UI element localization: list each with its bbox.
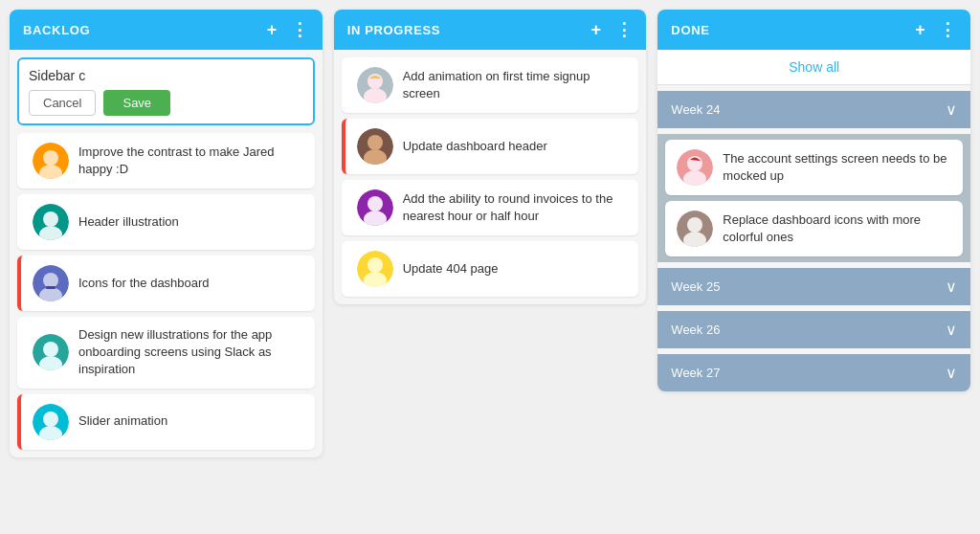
task-slider-animation-text: Slider animation — [78, 412, 167, 430]
backlog-title: BACKLOG — [23, 23, 90, 37]
svg-point-26 — [368, 257, 383, 273]
input-card-actions: Cancel Save — [29, 90, 303, 116]
inprogress-title: IN PROGRESS — [347, 23, 440, 37]
done-header-actions: + ⋮ — [915, 21, 957, 38]
task-header-illustration-text: Header illustration — [78, 213, 179, 231]
inprogress-column: IN PROGRESS + ⋮ Add animation on first t… — [334, 10, 647, 304]
avatar-account-settings — [677, 149, 713, 186]
task-replace-icons[interactable]: Replace dashboard icons with more colorf… — [665, 201, 963, 256]
task-update-dashboard-text: Update dashboard header — [403, 138, 547, 155]
week-27-label: Week 27 — [671, 366, 720, 380]
avatar-header-illustration — [33, 204, 69, 240]
task-round-invoices[interactable]: Add the ability to round invoices to the… — [342, 180, 639, 235]
task-replace-icons-text: Replace dashboard icons with more colorf… — [723, 211, 951, 246]
svg-point-23 — [368, 196, 383, 211]
done-add-icon[interactable]: + — [915, 21, 925, 38]
backlog-column: BACKLOG + ⋮ Cancel Save Improve the cont… — [10, 10, 323, 457]
task-icons-dashboard[interactable]: Icons for the dashboard — [17, 256, 315, 311]
week-24-tasks: The account settings screen needs to be … — [657, 134, 970, 262]
task-add-animation-text: Add animation on first time signup scree… — [403, 68, 628, 102]
task-slider-animation[interactable]: Slider animation — [17, 394, 315, 450]
week-25-label: Week 25 — [671, 279, 720, 294]
inprogress-header-actions: + ⋮ — [591, 21, 634, 38]
task-design-illustrations-text: Design new illustrations for the app onb… — [78, 326, 303, 379]
avatar-update-404 — [357, 251, 393, 287]
save-button[interactable]: Save — [103, 90, 170, 116]
svg-point-14 — [43, 412, 58, 427]
backlog-menu-icon[interactable]: ⋮ — [291, 21, 309, 38]
avatar-design-illustrations — [33, 334, 69, 370]
svg-point-32 — [687, 217, 702, 233]
svg-point-20 — [368, 135, 383, 150]
week-25-section[interactable]: Week 25 ∨ — [657, 268, 970, 305]
week-26-chevron: ∨ — [946, 321, 957, 339]
week-26-label: Week 26 — [671, 323, 720, 337]
week-24-section[interactable]: Week 24 ∨ — [657, 91, 970, 128]
done-menu-icon[interactable]: ⋮ — [939, 21, 957, 38]
task-improve-contrast[interactable]: Improve the contrast to make Jared happy… — [17, 133, 315, 189]
done-header: DONE + ⋮ — [657, 10, 970, 50]
show-all-button[interactable]: Show all — [657, 50, 970, 85]
inprogress-header: IN PROGRESS + ⋮ — [334, 10, 647, 50]
week-27-section[interactable]: Week 27 ∨ — [657, 354, 970, 391]
cancel-button[interactable]: Cancel — [29, 90, 96, 116]
task-icons-dashboard-text: Icons for the dashboard — [78, 275, 210, 292]
week-26-section[interactable]: Week 26 ∨ — [657, 311, 970, 348]
avatar-slider-animation — [33, 404, 69, 440]
task-header-illustration[interactable]: Header illustration — [17, 194, 315, 250]
svg-point-11 — [43, 342, 58, 357]
task-update-404-text: Update 404 page — [403, 260, 499, 278]
svg-rect-9 — [46, 286, 56, 289]
task-account-settings[interactable]: The account settings screen needs to be … — [665, 140, 963, 195]
avatar-improve-contrast — [33, 143, 69, 179]
done-column: DONE + ⋮ Show all Week 24 ∨ The account … — [657, 10, 970, 391]
done-body: Show all Week 24 ∨ The account settings … — [657, 50, 970, 391]
task-round-invoices-text: Add the ability to round invoices to the… — [403, 190, 628, 225]
avatar-add-animation — [357, 67, 393, 103]
inprogress-menu-icon[interactable]: ⋮ — [615, 21, 634, 38]
new-task-input[interactable] — [29, 68, 303, 83]
backlog-body: Cancel Save Improve the contrast to make… — [10, 50, 323, 457]
done-title: DONE — [671, 23, 709, 37]
avatar-round-invoices — [357, 189, 393, 226]
svg-point-4 — [43, 211, 58, 227]
backlog-header-actions: + ⋮ — [267, 21, 309, 38]
week-25-chevron: ∨ — [946, 278, 957, 296]
task-update-dashboard[interactable]: Update dashboard header — [342, 119, 639, 174]
avatar-update-dashboard — [357, 128, 393, 165]
task-update-404[interactable]: Update 404 page — [342, 241, 639, 297]
new-task-input-card: Cancel Save — [17, 57, 315, 125]
task-account-settings-text: The account settings screen needs to be … — [723, 150, 951, 185]
week-24-chevron: ∨ — [946, 100, 957, 119]
inprogress-body: Add animation on first time signup scree… — [334, 50, 647, 304]
backlog-header: BACKLOG + ⋮ — [10, 10, 323, 50]
task-add-animation[interactable]: Add animation on first time signup scree… — [342, 57, 639, 113]
avatar-icons-dashboard — [33, 265, 69, 301]
task-design-illustrations[interactable]: Design new illustrations for the app onb… — [17, 317, 315, 389]
avatar-replace-icons — [677, 211, 713, 247]
svg-point-7 — [43, 273, 58, 288]
week-24-label: Week 24 — [671, 102, 720, 117]
backlog-add-icon[interactable]: + — [267, 21, 278, 38]
task-improve-contrast-text: Improve the contrast to make Jared happy… — [78, 144, 303, 178]
inprogress-add-icon[interactable]: + — [591, 21, 602, 38]
svg-point-1 — [43, 150, 58, 166]
week-27-chevron: ∨ — [946, 364, 957, 382]
